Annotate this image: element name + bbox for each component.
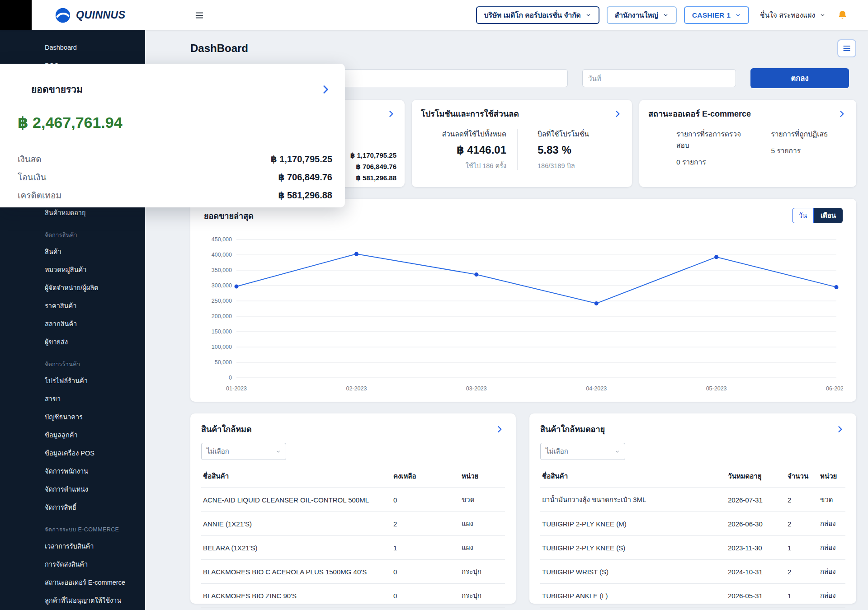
- table-row: TUBIGRIP 2-PLY KNEE (S) 2023-11-30 1 กล่…: [540, 536, 845, 560]
- payment-method-amount: ฿ 706,849.76: [278, 172, 332, 183]
- chevron-right-icon: [495, 425, 504, 434]
- sidebar-item[interactable]: ผู้จัดจำหน่าย/ผู้ผลิต: [0, 278, 145, 296]
- sales-summary-popover-link[interactable]: [319, 83, 332, 96]
- sidebar-item[interactable]: สถานะออเดอร์ E-commerce: [0, 573, 145, 591]
- table-header-row: ชื่อสินค้า คงเหลือ หน่วย: [201, 465, 505, 488]
- sidebar-item[interactable]: ข้อมูลเครื่อง POS: [0, 444, 145, 462]
- column-header: คงเหลือ: [392, 465, 460, 488]
- low-stock-link[interactable]: [494, 424, 505, 435]
- sidebar-section-header: จัดการสินค้า: [0, 228, 145, 242]
- sidebar-group-store: โปรไฟล์ร้านค้าสาขาบัญชีธนาคารข้อมูลลูกค้…: [0, 371, 145, 516]
- table-row: ACNE-AID LIQUID CLEANSER OIL-CONTROL 500…: [201, 488, 505, 512]
- svg-text:400,000: 400,000: [212, 252, 232, 258]
- company-selector-button[interactable]: บริษัท เมดิโก คอร์ปอเรชั่น จำกัด: [476, 6, 599, 24]
- submit-button[interactable]: ตกลง: [750, 68, 849, 88]
- table-row: ยาน้ำมันกวางลุ้ง ขนาดกระเป๋า 3ML 2026-07…: [540, 488, 845, 512]
- unit: แผง: [460, 536, 505, 560]
- date-input[interactable]: [582, 69, 736, 87]
- remaining-qty: 2: [392, 512, 460, 536]
- app-logo[interactable]: QUINNUS: [54, 7, 126, 24]
- topbar-corner-block: [0, 0, 32, 30]
- sidebar-item[interactable]: ลูกค้าที่ไม่อนุญาตให้ใช้งาน: [0, 591, 145, 609]
- low-stock-table: ชื่อสินค้า คงเหลือ หน่วย ACNE-AID LIQUID…: [201, 465, 505, 608]
- table-row: BLACKMORES BIO ZINC 90'S 0 กระปุก: [201, 584, 505, 608]
- discount-total-label: ส่วนลดที่ใช้ไปทั้งหมด: [421, 128, 506, 140]
- product-name: TUBIGRIP 2-PLY KNEE (M): [540, 512, 726, 536]
- rejected-label: รายการที่ถูกปฏิเสธ: [771, 128, 848, 140]
- bell-icon: [837, 10, 848, 20]
- promotion-link[interactable]: [612, 108, 623, 119]
- low-stock-filter-select[interactable]: ไม่เลือก: [201, 443, 286, 460]
- sales-summary-link[interactable]: [386, 108, 396, 119]
- ecommerce-status-link[interactable]: [836, 108, 847, 119]
- notifications-button[interactable]: [837, 10, 848, 20]
- bottom-tables-row: สินค้าใกล้หมด ไม่เลือก ชื่อสินค้า คงเหลื…: [190, 413, 856, 604]
- select-value: ไม่เลือก: [546, 446, 568, 457]
- unit: ขวด: [460, 488, 505, 512]
- table-row: TUBIGRIP ANKLE (L) 2026-05-31 1 กล่อง: [540, 584, 845, 608]
- quantity: 1: [786, 584, 818, 608]
- svg-text:06-2023: 06-2023: [826, 385, 843, 392]
- card-title: ยอดขายล่าสุด: [204, 209, 254, 222]
- sidebar-item[interactable]: บัญชีธนาคาร: [0, 408, 145, 426]
- sidebar-item[interactable]: ผู้ขายส่ง: [0, 333, 145, 351]
- near-expiry-table: ชื่อสินค้า วันหมดอายุ จำนวน หน่วย ยาน้ำม…: [540, 465, 845, 608]
- payment-method-amount: ฿ 706,849.76: [356, 163, 396, 171]
- unit: กระปุก: [460, 584, 505, 608]
- sidebar-section-header: จัดการระบบ E-COMMERCE: [0, 522, 145, 537]
- dashboard-menu-button[interactable]: [837, 39, 856, 57]
- sidebar-item[interactable]: หมวดหมู่สินค้า: [0, 260, 145, 278]
- branch-selector-button[interactable]: สำนักงานใหญ่: [607, 6, 677, 24]
- promo-bills-column: บิลที่ใช้โปรโมชั่น 5.83 % 186/3189 บิล: [518, 128, 623, 171]
- expiry-date: 2024-10-31: [726, 560, 786, 584]
- low-stock-card: สินค้าใกล้หมด ไม่เลือก ชื่อสินค้า คงเหลื…: [190, 413, 516, 604]
- sidebar-item[interactable]: จัดการตำแหน่ง: [0, 480, 145, 498]
- sidebar-item[interactable]: ข้อมูลลูกค้า: [0, 426, 145, 444]
- cashier-name: CASHIER 1: [692, 11, 731, 19]
- toggle-day-button[interactable]: วัน: [792, 208, 814, 223]
- select-value: ไม่เลือก: [207, 446, 229, 457]
- popover-title: ยอดขายรวม: [18, 82, 83, 97]
- quantity: 2: [786, 560, 818, 584]
- table-row: ANNIE (1X21'S) 2 แผง: [201, 512, 505, 536]
- remaining-qty: 1: [392, 536, 460, 560]
- sidebar-item[interactable]: สินค้า: [0, 242, 145, 260]
- near-expiry-filter-select[interactable]: ไม่เลือก: [540, 443, 625, 460]
- unit: กล่อง: [818, 512, 845, 536]
- svg-text:250,000: 250,000: [212, 298, 232, 304]
- sidebar-item[interactable]: จัดการพนักงาน: [0, 462, 145, 480]
- payment-method-amount: ฿ 1,170,795.25: [271, 154, 332, 164]
- near-expiry-link[interactable]: [835, 424, 845, 435]
- product-name: ยาน้ำมันกวางลุ้ง ขนาดกระเป๋า 3ML: [540, 488, 726, 512]
- svg-text:450,000: 450,000: [212, 236, 232, 243]
- sidebar-item[interactable]: จัดการสิทธิ์: [0, 498, 145, 516]
- sidebar-item[interactable]: เวลาการรับสินค้า: [0, 537, 145, 555]
- svg-text:04-2023: 04-2023: [586, 385, 607, 392]
- card-title: สถานะออเดอร์ E-commerce: [648, 107, 751, 120]
- cashier-selector-button[interactable]: CASHIER 1: [684, 6, 749, 24]
- svg-text:01-2023: 01-2023: [226, 385, 247, 392]
- toggle-month-button[interactable]: เดือน: [814, 208, 843, 223]
- payment-method-amount: ฿ 1,170,795.25: [350, 151, 396, 160]
- card-title: โปรโมชันและการใช้ส่วนลด: [421, 107, 519, 120]
- unit: กล่อง: [818, 584, 845, 608]
- payment-method-label: เงินสด: [18, 152, 42, 166]
- total-sales-amount-large: ฿ 2,467,761.94: [18, 113, 332, 132]
- svg-text:100,000: 100,000: [212, 344, 232, 350]
- chevron-right-icon: [837, 109, 846, 118]
- sidebar-toggle-button[interactable]: [194, 10, 204, 20]
- sidebar-item[interactable]: สาขา: [0, 389, 145, 408]
- sidebar-item[interactable]: ราคาสินค้า: [0, 296, 145, 314]
- sidebar-item[interactable]: โปรไฟล์ร้านค้า: [0, 371, 145, 389]
- topbar: QUINNUS บริษัท เมดิโก คอร์ปอเรชั่น จำกัด…: [0, 0, 868, 30]
- ecommerce-status-card: สถานะออเดอร์ E-commerce รายการที่รอการตร…: [639, 100, 856, 187]
- chart-range-toggle: วัน เดือน: [792, 208, 843, 223]
- rejected-count: 5 รายการ: [771, 145, 848, 156]
- sales-summary-popover: ยอดขายรวม ฿ 2,467,761.94 เงินสด ฿ 1,170,…: [0, 64, 345, 207]
- sidebar-item[interactable]: Dashboard: [0, 38, 145, 56]
- user-menu-button[interactable]: ชื่นใจ สระทองแฝง: [760, 9, 826, 21]
- sidebar-item[interactable]: การจัดส่งสินค้า: [0, 555, 145, 573]
- sidebar-item[interactable]: สลากสินค้า: [0, 314, 145, 333]
- expiry-date: 2023-11-30: [726, 536, 786, 560]
- payment-method-amount: ฿ 581,296.88: [278, 190, 332, 201]
